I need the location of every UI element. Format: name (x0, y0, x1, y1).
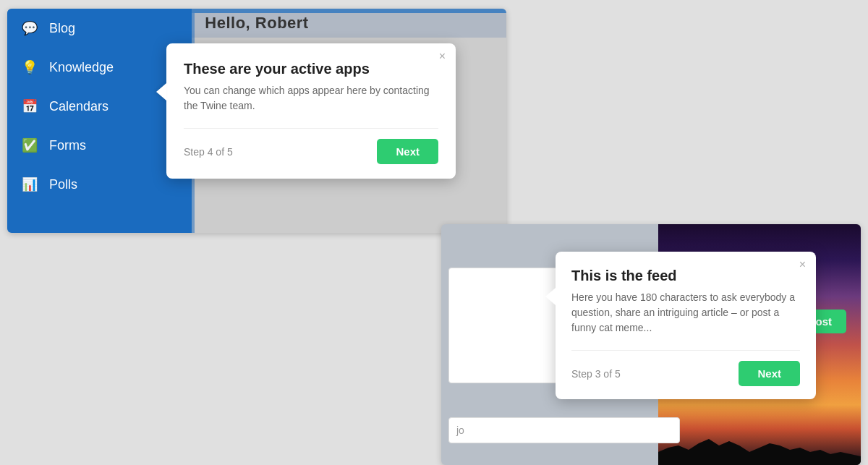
sidebar-label-blog: Blog (49, 21, 75, 36)
tooltip-top-next-button[interactable]: Next (377, 139, 438, 164)
sidebar-label-forms: Forms (49, 138, 86, 153)
calendars-icon: 📅 (22, 98, 38, 114)
tooltip-top-footer: Step 4 of 5 Next (184, 128, 438, 164)
tooltip-top-title: These are your active apps (184, 61, 438, 77)
tooltip-active-apps: × These are your active apps You can cha… (166, 43, 456, 179)
forms-icon: ✅ (22, 137, 38, 153)
blog-icon: 💬 (22, 20, 38, 36)
sidebar-item-forms[interactable]: ✅ Forms (7, 126, 192, 165)
feed-bottom-text: jo (456, 425, 464, 436)
bottom-card: Post jo × This is the feed Here you have… (441, 224, 861, 465)
tooltip-bottom-body: Here you have 180 characters to ask ever… (571, 290, 800, 336)
tooltip-bottom-title: This is the feed (571, 268, 800, 284)
silhouette (658, 422, 861, 465)
top-card: Hello, Robert 💬 Blog 💡 Knowledge 📅 Calen… (7, 9, 506, 233)
tooltip-top-close-button[interactable]: × (439, 51, 446, 62)
sidebar-item-knowledge[interactable]: 💡 Knowledge (7, 48, 192, 87)
feed-bottom-bar: jo (448, 417, 680, 443)
blue-accent-top (192, 9, 506, 13)
polls-icon: 📊 (22, 176, 38, 192)
tooltip-bottom-step: Step 3 of 5 (571, 368, 621, 380)
greeting-text: Hello, Robert (205, 14, 308, 33)
tooltip-bottom-next-button[interactable]: Next (739, 361, 800, 386)
sidebar-label-calendars: Calendars (49, 99, 109, 114)
tooltip-top-step: Step 4 of 5 (184, 146, 233, 158)
tooltip-bottom-footer: Step 3 of 5 Next (571, 350, 800, 386)
sidebar: 💬 Blog 💡 Knowledge 📅 Calendars ✅ Forms 📊… (7, 9, 192, 233)
sidebar-item-polls[interactable]: 📊 Polls (7, 165, 192, 204)
sidebar-label-knowledge: Knowledge (49, 60, 114, 75)
knowledge-icon: 💡 (22, 59, 38, 75)
tooltip-top-body: You can change which apps appear here by… (184, 83, 438, 114)
sidebar-label-polls: Polls (49, 177, 77, 192)
tooltip-feed: × This is the feed Here you have 180 cha… (556, 252, 816, 399)
tooltip-bottom-close-button[interactable]: × (799, 259, 806, 270)
sidebar-item-blog[interactable]: 💬 Blog (7, 9, 192, 48)
